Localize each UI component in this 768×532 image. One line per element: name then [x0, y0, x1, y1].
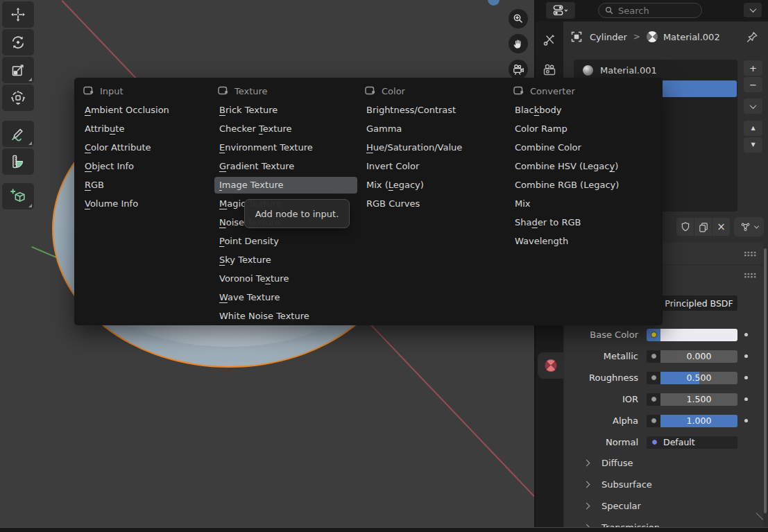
object-icon	[570, 31, 583, 43]
annotate-tool-button[interactable]	[2, 121, 34, 147]
node-socket-button[interactable]	[647, 350, 660, 363]
rotate-tool-button[interactable]	[2, 29, 34, 55]
menu-item[interactable]: RGB	[80, 177, 212, 194]
value-slider[interactable]: 0.500	[660, 372, 737, 384]
surface-shader-dropdown[interactable]: Principled BSDF	[660, 295, 737, 311]
remove-slot-button[interactable]: −	[744, 77, 762, 92]
input-label: Base Color	[563, 329, 638, 340]
menu-item[interactable]: Checker Texture	[214, 121, 357, 137]
menu-item[interactable]: Blackbody	[510, 102, 652, 119]
shader-input-row: IOR1.500	[563, 393, 765, 406]
menu-item[interactable]: Environment Texture	[214, 139, 357, 156]
duplicate-material-button[interactable]	[694, 218, 712, 236]
breadcrumb-object[interactable]: Cylinder	[590, 32, 627, 42]
menu-item[interactable]: Attribute	[80, 121, 212, 137]
tab-render[interactable]	[543, 63, 556, 77]
normal-field[interactable]: Default	[647, 436, 737, 449]
menu-item[interactable]: Mix	[510, 196, 652, 212]
menu-item[interactable]: Combine HSV (Legacy)	[510, 158, 652, 175]
search-input[interactable]	[618, 6, 688, 16]
node-add-icon	[513, 86, 524, 96]
menu-item[interactable]: Combine Color	[510, 139, 652, 156]
slider-value: 1.500	[660, 393, 737, 406]
section-row-subsurface[interactable]: Subsurface	[565, 474, 763, 495]
move-slot-up-button[interactable]: ▲	[744, 121, 762, 136]
triangle-down-icon: ▼	[751, 142, 755, 148]
scale-tool-button[interactable]	[2, 57, 34, 83]
menu-item[interactable]: Voronoi Texture	[214, 271, 357, 287]
menu-item[interactable]: Brick Texture	[214, 102, 357, 119]
menu-item[interactable]: Color Attribute	[80, 139, 212, 156]
menu-item[interactable]: Combine RGB (Legacy)	[510, 177, 652, 194]
viewport-zoom-button[interactable]	[509, 9, 528, 28]
node-socket-button[interactable]	[647, 393, 660, 406]
menu-item[interactable]: Gradient Texture	[214, 158, 357, 175]
browse-nodetree-dropdown[interactable]	[734, 217, 764, 237]
transform-tool-button[interactable]	[2, 85, 34, 111]
chevron-right-icon	[583, 460, 590, 467]
menu-item[interactable]: RGB Curves	[361, 196, 509, 212]
panel-grip-icon[interactable]	[744, 251, 756, 257]
move-slot-down-button[interactable]: ▼	[744, 137, 762, 153]
menu-item[interactable]: Volume Info	[80, 196, 212, 212]
menu-item[interactable]: Shader to RGB	[510, 214, 652, 231]
section-row-specular[interactable]: Specular	[565, 495, 763, 517]
node-socket-button[interactable]	[647, 415, 660, 427]
decorator-dot[interactable]	[737, 419, 754, 422]
node-socket-button[interactable]	[647, 329, 660, 341]
breadcrumb-separator: >	[633, 32, 640, 42]
scrollbar-thumb[interactable]	[764, 248, 767, 513]
slider-value: 0.000	[660, 350, 737, 363]
node-socket-button[interactable]	[647, 372, 660, 384]
measure-tool-button[interactable]	[2, 148, 34, 175]
status-bar-edge	[0, 527, 768, 532]
menu-item[interactable]: Wavelength	[510, 233, 652, 250]
value-socket-icon	[651, 375, 657, 381]
value-slider[interactable]: 0.000	[660, 350, 737, 363]
breadcrumb-material[interactable]: Material.002	[663, 32, 720, 42]
tab-material-active[interactable]	[538, 352, 563, 379]
search-box[interactable]	[598, 3, 702, 18]
menu-item[interactable]: Sky Texture	[214, 252, 357, 268]
header-dropdown-button[interactable]	[744, 3, 762, 17]
panel-grip-icon[interactable]	[744, 273, 756, 278]
move-tool-button[interactable]	[2, 1, 34, 28]
viewport-camera-button[interactable]	[509, 60, 528, 79]
section-row-diffuse[interactable]: Diffuse	[565, 452, 763, 474]
decorator-dot[interactable]	[737, 376, 754, 379]
pin-icon[interactable]	[746, 31, 759, 44]
menu-item[interactable]: Point Density	[214, 233, 357, 250]
decorator-dot[interactable]	[737, 333, 754, 336]
menu-item[interactable]: Brightness/Contrast	[361, 102, 509, 119]
menu-item[interactable]: Wave Texture	[214, 289, 357, 306]
menu-item[interactable]: Color Ramp	[510, 121, 652, 137]
add-cube-tool-button[interactable]	[2, 183, 34, 209]
menu-item[interactable]: White Noise Texture	[214, 308, 357, 325]
measure-ruler-icon	[10, 153, 26, 170]
bsdf-inputs: Base ColorMetallic0.000Roughness0.500IOR…	[563, 328, 765, 457]
menu-item[interactable]: Object Info	[80, 158, 212, 175]
menu-item[interactable]: Invert Color	[361, 158, 509, 175]
menu-item[interactable]: Ambient Occlusion	[80, 102, 212, 119]
transform-icon	[10, 89, 26, 106]
decorator-dot[interactable]	[737, 354, 754, 358]
tab-tool[interactable]	[543, 33, 556, 46]
viewport-pan-button[interactable]	[509, 34, 528, 53]
menu-item[interactable]: Mix (Legacy)	[361, 177, 509, 194]
menu-item[interactable]: Gamma	[361, 121, 509, 137]
fake-user-button[interactable]	[676, 218, 694, 236]
chevron-down-icon	[754, 223, 759, 228]
add-slot-button[interactable]: +	[744, 60, 762, 76]
unlink-material-button[interactable]: ×	[712, 218, 730, 236]
editor-type-button[interactable]	[546, 2, 575, 19]
decorator-dot[interactable]	[737, 397, 754, 401]
shader-input-row: NormalDefault	[563, 436, 765, 449]
menu-item[interactable]: Hue/Saturation/Value	[361, 139, 509, 156]
nav-gizmo-axis-dot[interactable]	[488, 0, 500, 6]
material-slot-row[interactable]: Material.001	[574, 61, 737, 80]
menu-item[interactable]: Image Texture	[214, 177, 357, 194]
value-slider[interactable]: 1.500	[660, 393, 737, 406]
color-swatch[interactable]	[660, 329, 737, 341]
slot-specials-button[interactable]	[744, 98, 762, 114]
value-slider[interactable]: 1.000	[660, 415, 737, 427]
